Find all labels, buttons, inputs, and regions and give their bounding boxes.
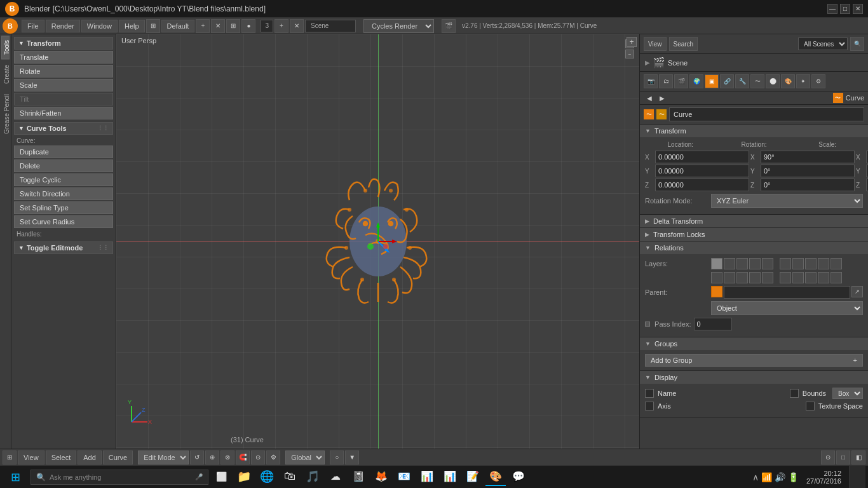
display-header[interactable]: ▼ Display — [640, 371, 868, 384]
volume-icon[interactable]: 🔊 — [775, 472, 785, 482]
layer-1[interactable] — [711, 258, 722, 269]
proportional-options[interactable]: ▼ — [345, 451, 359, 464]
viewport-menu-icon[interactable]: ⊞ — [3, 451, 17, 464]
layer-15[interactable] — [762, 272, 773, 283]
mode-icon-btn[interactable]: ⊞ — [146, 19, 160, 33]
delta-transform-header[interactable]: ▶ Delta Transform — [640, 215, 868, 227]
clock[interactable]: 20:12 27/07/2016 — [806, 470, 846, 485]
viewport-icon[interactable]: ⊞ — [226, 19, 240, 33]
select-toolbar-btn[interactable]: Select — [46, 451, 77, 464]
start-button[interactable]: ⊞ — [3, 468, 28, 486]
render-engine-select[interactable]: Cycles Render — [363, 19, 434, 33]
scale-button[interactable]: Scale — [14, 79, 113, 92]
view-button[interactable]: View — [644, 37, 667, 51]
battery-icon[interactable]: 🔋 — [788, 472, 799, 482]
global-select[interactable]: Global — [285, 451, 325, 464]
grease-pencil-tab[interactable]: Grease Pencil — [1, 90, 10, 139]
transform-header[interactable]: ▼ Transform — [14, 37, 113, 50]
taskbar-blender[interactable]: 🎨 — [485, 468, 506, 486]
taskbar-onedrive[interactable]: ☁ — [325, 468, 346, 486]
curve-tools-header[interactable]: ▼ Curve Tools ⋮⋮ — [14, 122, 113, 135]
taskbar-skype[interactable]: 💬 — [508, 468, 529, 486]
name-checkbox[interactable] — [645, 389, 654, 398]
taskbar-powerpoint[interactable]: 📊 — [440, 468, 460, 486]
scene-name[interactable]: Scene — [305, 20, 356, 32]
network-icon[interactable]: 📶 — [761, 472, 772, 482]
search-button[interactable]: Search — [669, 37, 698, 51]
taskbar-onenote[interactable]: 📓 — [348, 468, 369, 486]
layer-8[interactable] — [805, 258, 817, 269]
set-curve-radius-button[interactable]: Set Curve Radius — [14, 215, 113, 228]
shrink-fatten-button[interactable]: Shrink/Fatten — [14, 107, 113, 119]
taskbar-file-explorer[interactable]: 📁 — [234, 468, 254, 486]
add-layout-btn[interactable]: + — [196, 19, 210, 33]
layer-7[interactable] — [792, 258, 804, 269]
layer-19[interactable] — [818, 272, 829, 283]
parent-type-select[interactable]: Object — [711, 301, 863, 315]
add-to-group-button[interactable]: Add to Group + — [645, 354, 863, 367]
loc-y-input[interactable] — [655, 165, 749, 177]
add-scene-btn[interactable]: + — [275, 19, 288, 33]
layer-18[interactable] — [805, 272, 817, 283]
curve-toolbar-btn[interactable]: Curve — [103, 451, 133, 464]
scene-settings-btn[interactable]: ✕ — [290, 19, 304, 33]
transform-locks-header[interactable]: ▶ Transform Locks — [640, 228, 868, 241]
layer-14[interactable] — [749, 272, 761, 283]
proportional-edit-icon[interactable]: ○ — [330, 451, 344, 464]
physics-btn[interactable]: ⚙ — [811, 74, 825, 88]
rot-x-input[interactable] — [761, 151, 855, 163]
zoom-out-btn[interactable]: − — [625, 50, 634, 58]
rotation-mode-select[interactable]: XYZ Euler — [711, 194, 863, 208]
layer-17[interactable] — [792, 272, 804, 283]
show-desktop-btn[interactable] — [849, 466, 865, 488]
parent-input[interactable] — [724, 286, 850, 299]
transform-props-header[interactable]: ▼ Transform — [640, 125, 868, 137]
texture-space-checkbox[interactable] — [806, 402, 815, 410]
scene-icon[interactable]: 🎬 — [442, 19, 456, 33]
render-icon[interactable]: ● — [241, 19, 255, 33]
object-props-btn[interactable]: ▣ — [705, 74, 719, 88]
render-menu[interactable]: Render — [46, 20, 80, 32]
taskbar-search-box[interactable]: 🔍 Ask me anything 🎤 — [31, 470, 208, 485]
render-layers-btn[interactable]: 🗂 — [659, 74, 673, 88]
bounds-checkbox[interactable] — [790, 389, 799, 398]
mode-toggle-icon[interactable]: ↺ — [190, 451, 204, 464]
onion-skin-icon[interactable]: ⊙ — [821, 451, 835, 464]
blender-menu-logo[interactable]: B — [3, 18, 18, 34]
rotate-button[interactable]: Rotate — [14, 65, 113, 78]
modifiers-btn[interactable]: 🔧 — [735, 74, 749, 88]
layer-11[interactable] — [711, 272, 722, 283]
rot-z-input[interactable] — [761, 179, 855, 191]
layer-6[interactable] — [780, 258, 791, 269]
nav-forward-btn[interactable]: ▶ — [656, 93, 668, 103]
taskbar-excel[interactable]: 📊 — [417, 468, 437, 486]
viewport-add-button[interactable]: + — [627, 37, 637, 47]
create-tab[interactable]: Create — [1, 60, 10, 88]
material-btn[interactable]: ⚪ — [766, 74, 780, 88]
layout-select[interactable]: Default — [161, 20, 195, 32]
layer-9[interactable] — [818, 258, 829, 269]
viewport-shade1[interactable]: □ — [836, 451, 850, 464]
pivot-icon[interactable]: ⊕ — [205, 451, 219, 464]
texture-btn[interactable]: 🎨 — [781, 74, 795, 88]
world-props-btn[interactable]: 🌍 — [689, 74, 703, 88]
scenes-select[interactable]: All Scenes — [798, 37, 848, 50]
taskbar-store[interactable]: 🛍 — [280, 468, 300, 486]
loc-x-input[interactable] — [655, 151, 749, 163]
view-toolbar-btn[interactable]: View — [18, 451, 44, 464]
layer-12[interactable] — [724, 272, 735, 283]
scene-props-btn[interactable]: 🎬 — [674, 74, 688, 88]
taskbar-edge[interactable]: 🌐 — [257, 468, 277, 486]
taskbar-firefox[interactable]: 🦊 — [371, 468, 391, 486]
snap-icon[interactable]: 🧲 — [236, 451, 250, 464]
mode-select[interactable]: Edit Mode — [138, 451, 189, 464]
delete-button[interactable]: Delete — [14, 159, 113, 172]
rot-y-input[interactable] — [761, 165, 855, 177]
relations-header[interactable]: ▼ Relations — [640, 241, 868, 254]
close-button[interactable]: ✕ — [853, 4, 863, 14]
toggle-cyclic-button[interactable]: Toggle Cyclic — [14, 173, 113, 186]
object-name-input[interactable] — [669, 107, 864, 121]
snap-options[interactable]: ⚙ — [266, 451, 280, 464]
layer-3[interactable] — [736, 258, 748, 269]
layer-20[interactable] — [831, 272, 842, 283]
